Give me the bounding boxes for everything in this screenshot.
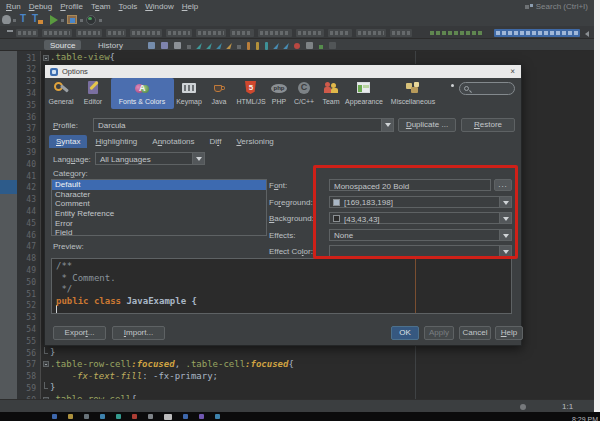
taskbar-app-icon[interactable] (100, 414, 105, 419)
tab-versioning[interactable]: Versioning (229, 135, 280, 148)
status-indicator-icon[interactable] (520, 404, 526, 410)
category-item[interactable]: Entity Reference (52, 209, 266, 219)
file-tab[interactable] (428, 29, 486, 37)
file-tab[interactable] (328, 29, 352, 37)
editor-toolbar-icon[interactable] (226, 43, 232, 49)
editor-toolbar-icon[interactable] (161, 42, 168, 49)
taskbar-app-icon[interactable] (148, 414, 153, 419)
editor-toolbar-icon[interactable] (148, 42, 155, 49)
file-tab[interactable] (356, 29, 386, 37)
effects-label: Effects: (269, 231, 296, 240)
taskbar-app-icon[interactable] (84, 414, 89, 419)
history-view-button[interactable]: History (92, 40, 129, 50)
background-label: Background: (269, 214, 314, 223)
run-icon[interactable] (50, 15, 58, 25)
file-tab[interactable] (16, 29, 38, 37)
editor-toolbar-icons (148, 41, 336, 50)
editor-toolbar-icon[interactable] (294, 43, 300, 49)
file-tab[interactable] (42, 29, 72, 37)
file-tab[interactable] (76, 29, 102, 37)
tab-annotations[interactable]: Annotations (145, 135, 201, 148)
fold-icon[interactable] (43, 55, 49, 61)
taskbar-app-icon[interactable] (116, 414, 121, 419)
toolbar-dropdown-1[interactable] (13, 19, 16, 22)
file-tab[interactable] (106, 29, 126, 37)
source-view-button[interactable]: Source (44, 40, 81, 50)
language-select[interactable]: All Languages (95, 152, 205, 165)
editor-toolbar-icon[interactable] (216, 43, 222, 49)
taskbar-app-icon[interactable] (52, 414, 57, 419)
profile-label: Profile: (53, 121, 78, 130)
dialog-title-bar[interactable]: Options × (45, 65, 521, 78)
category-item[interactable]: Default (52, 180, 266, 190)
file-tab[interactable] (494, 29, 580, 37)
editor-toolbar-icon[interactable] (265, 42, 268, 50)
font-label: Font: (269, 181, 287, 190)
editor-toolbar-icon[interactable] (319, 45, 323, 49)
fold-icon[interactable] (43, 361, 49, 367)
editor-toolbar-icon[interactable] (329, 42, 336, 49)
cancel-button[interactable]: Cancel (459, 326, 491, 340)
ok-button[interactable]: OK (391, 326, 419, 340)
category-item[interactable]: Comment (52, 199, 266, 209)
category-item[interactable]: Field (52, 228, 266, 236)
taskbar-app-icon[interactable] (215, 414, 220, 419)
file-tab[interactable] (296, 29, 324, 37)
editor-toolbar-icon[interactable] (196, 43, 202, 49)
menubar-search[interactable]: Search (Ctrl+I) (525, 2, 588, 11)
apply-button[interactable]: Apply (424, 326, 454, 340)
profile-select[interactable]: Darcula (93, 118, 394, 132)
ide-screen: RunDebugProfileTeamToolsWindowHelp Searc… (0, 0, 600, 421)
import-button[interactable]: Import... (112, 326, 165, 340)
editor-toolbar-icon[interactable] (174, 42, 181, 49)
toolbar-icon-1[interactable] (2, 15, 11, 24)
fc-icon: A (134, 81, 150, 95)
code-line: } (0, 347, 594, 359)
editor-toolbar-icon[interactable] (247, 42, 250, 50)
taskbar-app-icon[interactable] (132, 414, 137, 419)
restore-button[interactable]: Restore (461, 118, 515, 132)
menu-run[interactable]: Run (6, 2, 21, 11)
file-tab[interactable] (196, 29, 226, 37)
category-list[interactable]: DefaultCharacterCommentEntity ReferenceE… (51, 179, 267, 236)
editor-toolbar-icon[interactable] (273, 43, 279, 49)
export-button[interactable]: Export... (53, 326, 106, 340)
menu-window[interactable]: Window (145, 2, 173, 11)
duplicate-button[interactable]: Duplicate ... (398, 118, 456, 132)
options-category-misc[interactable]: Miscellaneous (378, 81, 448, 105)
tab-scroll-left-icon[interactable] (585, 31, 589, 37)
tabstrip-minimize-icon[interactable] (7, 30, 13, 32)
taskbar-app-icon[interactable] (68, 414, 73, 419)
menu-tools[interactable]: Tools (119, 2, 138, 11)
file-tab[interactable] (390, 29, 412, 37)
menu-help[interactable]: Help (182, 2, 198, 11)
editor-toolbar-icon[interactable] (256, 42, 259, 50)
close-icon[interactable]: × (510, 67, 515, 76)
chevron-down-icon[interactable] (381, 119, 393, 131)
tab-syntax[interactable]: Syntax (49, 135, 87, 148)
taskbar-app-icon[interactable] (199, 414, 204, 419)
tab-highlighting[interactable]: Highlighting (88, 135, 144, 148)
editor-toolbar-icon[interactable] (237, 45, 241, 49)
category-item[interactable]: Character (52, 190, 266, 200)
file-tab[interactable] (258, 29, 292, 37)
category-item[interactable]: Error (52, 219, 266, 229)
language-label: Language: (53, 155, 91, 164)
tab-diff[interactable]: Diff (203, 135, 229, 148)
toolbar-icon-2[interactable]: T (20, 13, 26, 24)
file-tab[interactable] (230, 29, 254, 37)
menu-profile[interactable]: Profile (60, 2, 83, 11)
menu-debug[interactable]: Debug (29, 2, 53, 11)
editor-toolbar-icon[interactable] (306, 42, 313, 49)
file-tab[interactable] (130, 29, 162, 37)
chevron-down-icon[interactable] (192, 153, 204, 164)
taskbar-app-icon[interactable] (164, 414, 172, 420)
editor-toolbar-icon[interactable] (187, 45, 191, 49)
help-button[interactable]: Help (495, 326, 523, 340)
editor-toolbar-icon[interactable] (206, 43, 212, 49)
editor-toolbar-icon[interactable] (283, 43, 289, 49)
menu-team[interactable]: Team (91, 2, 111, 11)
options-search-field[interactable] (459, 82, 515, 95)
taskbar-app-icon[interactable] (183, 414, 188, 419)
file-tab[interactable] (166, 29, 192, 37)
